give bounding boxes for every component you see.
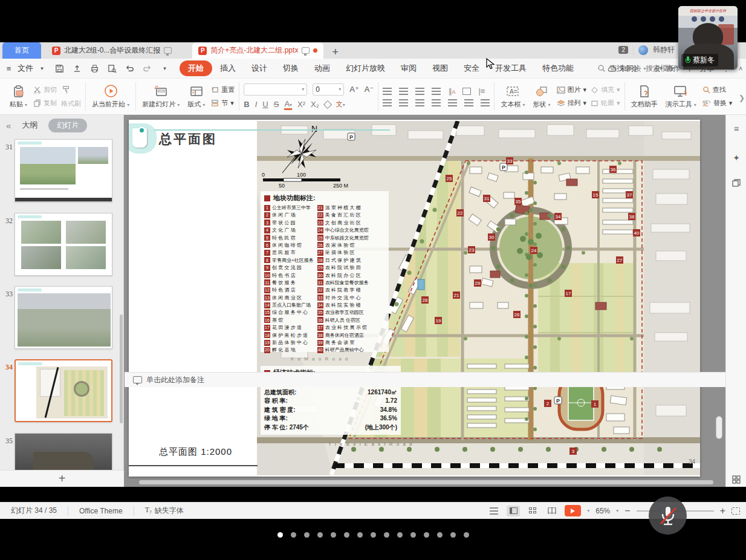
find-button[interactable]: 查找: [702, 85, 733, 94]
numbered-list-icon[interactable]: [399, 88, 408, 95]
menu-item-特色功能[interactable]: 特色功能: [534, 60, 582, 76]
carousel-dot-12[interactable]: [424, 532, 429, 538]
menu-item-视图[interactable]: 视图: [424, 60, 456, 76]
new-tab-button[interactable]: +: [332, 46, 339, 59]
print-preview-icon[interactable]: [107, 63, 117, 74]
carousel-dot-9[interactable]: [384, 532, 389, 538]
font-family-select[interactable]: ▾: [244, 83, 307, 96]
normal-view-button[interactable]: [507, 506, 520, 516]
section-button[interactable]: 节 ▾: [211, 99, 235, 108]
phonetic-guide-button[interactable]: 文▾: [336, 100, 345, 109]
justify-icon[interactable]: [432, 99, 441, 106]
slide-thumbnail-32[interactable]: [15, 213, 112, 276]
text-direction-icon[interactable]: ∥A: [448, 87, 455, 96]
hamburger-icon[interactable]: ≡: [4, 63, 14, 74]
current-slide[interactable]: 总平面图: [129, 120, 700, 477]
doc-assistant-button[interactable]: 文档助手: [629, 85, 660, 109]
menu-item-设计[interactable]: 设计: [244, 60, 275, 76]
decrease-indent-icon[interactable]: [415, 88, 424, 95]
layout-button[interactable]: 版式 ▾: [186, 85, 207, 109]
carousel-dot-11[interactable]: [410, 532, 416, 538]
carousel-dots[interactable]: [0, 532, 746, 538]
sync-status-button[interactable]: 未同步▾: [607, 63, 646, 74]
outline-button[interactable]: 轮廓 ▾: [591, 99, 620, 108]
undo-icon[interactable]: [125, 63, 135, 74]
carousel-dot-14[interactable]: [450, 532, 456, 538]
menu-item-动画[interactable]: 动画: [307, 60, 338, 76]
superscript-button[interactable]: X²: [297, 100, 305, 109]
tab-slides[interactable]: 幻灯片: [48, 119, 87, 132]
paste-button[interactable]: 粘贴 ▾: [8, 85, 29, 109]
beautify-icon[interactable]: ✦: [731, 152, 742, 163]
menu-item-审阅[interactable]: 审阅: [393, 60, 424, 76]
carousel-dot-3[interactable]: [304, 532, 310, 538]
save-icon[interactable]: [54, 63, 65, 74]
toolbar-options-caret-icon[interactable]: ▾: [160, 63, 170, 74]
theme-name[interactable]: Office Theme: [68, 507, 134, 515]
grid-view-icon[interactable]: [731, 474, 742, 485]
tab-outline[interactable]: 大纲: [22, 120, 37, 131]
replace-button[interactable]: ABAC 替换 ▾: [702, 99, 733, 108]
home-tab[interactable]: 首页: [2, 42, 41, 59]
carousel-dot-10[interactable]: [397, 532, 403, 538]
carousel-dot-1[interactable]: [277, 532, 283, 538]
picture-button[interactable]: 图片 ▾: [557, 85, 587, 94]
print-icon[interactable]: [89, 63, 100, 74]
bold-button[interactable]: B: [244, 100, 249, 109]
fit-slide-button[interactable]: [731, 507, 740, 515]
font-size-select[interactable]: 0▾: [313, 83, 344, 96]
presentation-tools-button[interactable]: 演示工具 ▾: [664, 85, 698, 109]
zoom-out-button[interactable]: −: [624, 506, 630, 516]
columns-icon[interactable]: [464, 99, 473, 106]
resource-panel-icon[interactable]: [731, 178, 742, 189]
window-count-badge[interactable]: 2: [618, 46, 628, 54]
align-left-icon[interactable]: [383, 99, 392, 106]
zoom-percent[interactable]: 65%: [595, 507, 610, 515]
notes-bar[interactable]: 单击此处添加备注: [125, 372, 725, 387]
slide-thumbnail-33[interactable]: [15, 286, 112, 349]
horizontal-scrollbar[interactable]: [139, 480, 713, 484]
carousel-dot-5[interactable]: [331, 532, 336, 538]
menu-item-插入[interactable]: 插入: [212, 60, 244, 76]
carousel-dot-13[interactable]: [437, 532, 443, 538]
carousel-dot-6[interactable]: [344, 532, 349, 538]
carousel-dot-7[interactable]: [357, 532, 363, 538]
paragraph-spacing-icon[interactable]: [481, 99, 490, 106]
user-avatar[interactable]: [638, 45, 648, 55]
slide-sorter-button[interactable]: [526, 506, 539, 516]
line-spacing-icon[interactable]: |≡: [478, 86, 485, 96]
clear-format-icon[interactable]: [323, 100, 332, 108]
increase-indent-icon[interactable]: [432, 88, 441, 95]
reset-button[interactable]: 重置: [211, 85, 235, 94]
play-from-current-button[interactable]: 从当前开始 ▾: [90, 85, 131, 109]
text-box-button[interactable]: A= 文本框 ▾: [499, 85, 527, 109]
redo-icon[interactable]: [142, 63, 152, 74]
cut-button[interactable]: 剪切: [33, 85, 57, 94]
collapse-ribbon-icon[interactable]: ˄: [739, 65, 742, 72]
font-color-button[interactable]: A▾: [284, 99, 292, 110]
carousel-dot-4[interactable]: [317, 532, 323, 538]
add-slide-button[interactable]: +: [59, 472, 66, 486]
vertical-scrollbar[interactable]: [716, 416, 722, 439]
align-right-icon[interactable]: [415, 99, 424, 106]
underline-button[interactable]: U: [262, 100, 268, 109]
strikethrough-button[interactable]: S: [274, 100, 279, 109]
missing-fonts-warning[interactable]: T? 缺失字体: [134, 506, 195, 516]
file-caret-icon[interactable]: ▾: [37, 63, 47, 74]
align-center-icon[interactable]: [399, 99, 408, 106]
properties-panel-icon[interactable]: ≡: [731, 123, 742, 134]
ribbon-scroll-right-icon[interactable]: ❯: [739, 94, 745, 102]
zoom-in-button[interactable]: +: [720, 506, 725, 516]
menu-item-幻灯片放映[interactable]: 幻灯片放映: [338, 60, 393, 76]
decrease-font-icon[interactable]: A⁻: [365, 85, 374, 94]
arrange-button[interactable]: 排列 ▾: [557, 99, 587, 108]
slide-thumbnail-34-selected[interactable]: [15, 359, 112, 422]
menu-item-开始[interactable]: 开始: [180, 60, 212, 76]
increase-font-icon[interactable]: A⁺: [349, 85, 359, 94]
doc-tab-2-active[interactable]: P 简介+亮点-北建大二组.pptx: [192, 42, 323, 59]
doc-tab-1[interactable]: P 北建大2组-0...合毕设最终汇报: [46, 42, 178, 59]
slideshow-play-button[interactable]: [565, 505, 581, 516]
collapse-panel-button[interactable]: «: [6, 120, 11, 131]
slide-thumbnail-31[interactable]: [15, 139, 112, 202]
menu-item-切换[interactable]: 切换: [275, 60, 307, 76]
